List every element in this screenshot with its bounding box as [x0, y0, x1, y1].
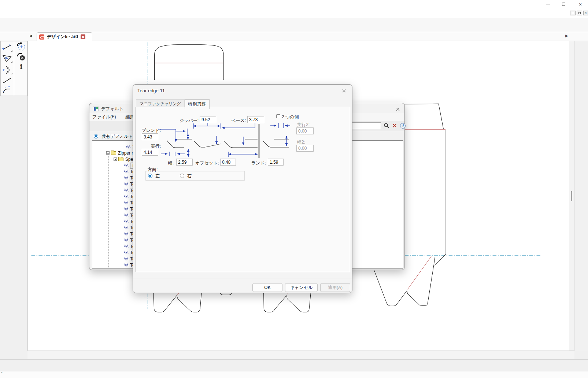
zipper-rule-icon [124, 219, 129, 223]
bottom-bar: ° [0, 371, 588, 378]
defaults-dialog-titlebar[interactable]: デフォルト [93, 106, 123, 112]
info-icon[interactable]: i [400, 123, 406, 129]
window-maximize-button[interactable] [558, 1, 569, 7]
tab-special-rule[interactable]: 特別刃罫 [185, 99, 210, 109]
width-label: 幅: [160, 160, 174, 166]
tear-edge-dialog: Tear edge 11 マニファクチャリング 特別刃罫 ジッパー: ベース: … [133, 84, 352, 293]
status-corner-text: ° [1, 371, 3, 375]
zipper-rule-icon [124, 213, 129, 217]
width-input[interactable] [176, 159, 193, 166]
zipper-rule-icon [124, 182, 129, 186]
close-icon: × [584, 11, 587, 15]
info-icon: i [20, 63, 23, 70]
minimize-icon [572, 13, 574, 13]
window-minimize-button[interactable] [543, 1, 553, 7]
cancel-button[interactable]: キャンセル [285, 283, 318, 292]
zipper-rule-icon [124, 263, 129, 267]
sequence-tool-button[interactable] [1, 85, 13, 95]
shared-defaults-option[interactable]: 共有デフォルト [94, 133, 133, 140]
defaults-menu-file[interactable]: ファイル(F) [92, 114, 116, 120]
ok-button[interactable]: OK [252, 283, 282, 292]
info-tool-button[interactable]: i [15, 62, 27, 71]
defaults-dialog-title: デフォルト [101, 106, 123, 112]
status-bar [0, 359, 588, 371]
document-tab[interactable]: デザイン5 - ard [37, 32, 92, 41]
direction-left-label: 左 [155, 173, 160, 178]
restore-icon [578, 12, 581, 14]
tab-scroll-left-icon[interactable]: ◀ [29, 34, 32, 38]
line-tool-button[interactable] [1, 42, 13, 52]
window-titlebar: × [0, 0, 588, 8]
zipper-rule-icon [124, 188, 129, 192]
tear-dialog-title: Tear edge 11 [137, 88, 165, 93]
add-point-tool-button[interactable] [15, 42, 27, 51]
design-file-icon [39, 34, 44, 40]
direction-right-option[interactable]: 右 [180, 173, 192, 179]
shared-defaults-label: 共有デフォルト [101, 134, 133, 139]
menu-bar: × [0, 8, 588, 18]
zipper-rule-icon [124, 194, 129, 199]
land-input[interactable] [268, 159, 284, 166]
run2-label: 実行2: [297, 122, 310, 128]
zipper-rule-icon [124, 244, 129, 248]
search-icon[interactable] [384, 123, 389, 129]
zipper-rule-icon [124, 170, 129, 174]
tooth-profiles [167, 139, 289, 148]
dimension-arrows [159, 123, 290, 157]
window-close-button[interactable]: × [575, 1, 585, 7]
vertical-scrollbar[interactable] [569, 41, 574, 351]
zipper-rule-icon [124, 238, 129, 242]
main-toolbar: メインデザイン カット ⌄ 2 ⌄ プリフライト [0, 18, 588, 32]
minimize-icon [546, 4, 550, 4]
radio-selected-icon [94, 134, 98, 138]
zipper-rule-icon [124, 201, 129, 205]
direction-left-option[interactable]: 左 [148, 173, 160, 179]
mdi-minimize-button[interactable] [570, 11, 576, 15]
document-tab-title: デザイン5 - ard [47, 34, 78, 40]
mdi-restore-button[interactable] [577, 11, 582, 15]
zipper-rule-icon [124, 257, 129, 261]
defaults-close-button[interactable] [395, 107, 401, 112]
zipper-rule-icon [124, 232, 129, 236]
delete-point-tool-button[interactable] [15, 52, 27, 62]
canvas-right-margin [574, 41, 588, 351]
shape-tool-button[interactable] [1, 53, 13, 63]
collapse-icon[interactable] [114, 158, 117, 161]
scrollbar-thumb[interactable] [571, 191, 572, 201]
run2-input [296, 127, 314, 134]
zipper-rule-icon [124, 207, 129, 211]
zipper-rule-icon [126, 145, 131, 149]
folder-icon [118, 158, 123, 161]
direction-label: 方向: [147, 167, 158, 173]
two-sides-label: 2 つの側 [282, 114, 299, 120]
document-tabbar: ◀ デザイン5 - ard ▶ [0, 32, 588, 41]
defaults-app-icon [93, 107, 99, 111]
land-label: ランド: [248, 160, 266, 166]
zipper-rule-icon [124, 226, 129, 230]
measure-tool-button[interactable] [1, 76, 13, 85]
mdi-close-button[interactable]: × [583, 11, 588, 15]
tab-scroll-right-icon[interactable]: ▶ [565, 34, 568, 38]
arc-tool-button[interactable] [1, 65, 13, 75]
radio-icon [180, 174, 184, 178]
width2-input [296, 145, 314, 152]
tab-close-button[interactable] [81, 34, 85, 39]
radio-selected-icon [148, 174, 152, 178]
offset-input[interactable] [220, 159, 236, 166]
offset-label: オフセット: [195, 160, 218, 166]
collapse-icon[interactable] [106, 151, 110, 155]
clear-search-icon[interactable] [392, 123, 397, 128]
apply-button: 適用(A) [320, 283, 350, 292]
maximize-icon [562, 3, 565, 6]
zipper-rule-icon [124, 251, 129, 255]
zipper-rule-icon [124, 163, 129, 167]
tear-dialog-close-button[interactable] [341, 88, 347, 94]
rule-gap-bar [258, 124, 260, 158]
tree-folder-label: Zippe [118, 269, 129, 269]
application-window: × × メインデザイン カット [0, 0, 588, 378]
two-sides-checkbox[interactable] [276, 114, 280, 118]
folder-icon [111, 151, 116, 155]
direction-groupbox [145, 171, 245, 181]
horizontal-scrollbar[interactable] [27, 351, 574, 359]
tear-edge-diagram [153, 121, 296, 160]
